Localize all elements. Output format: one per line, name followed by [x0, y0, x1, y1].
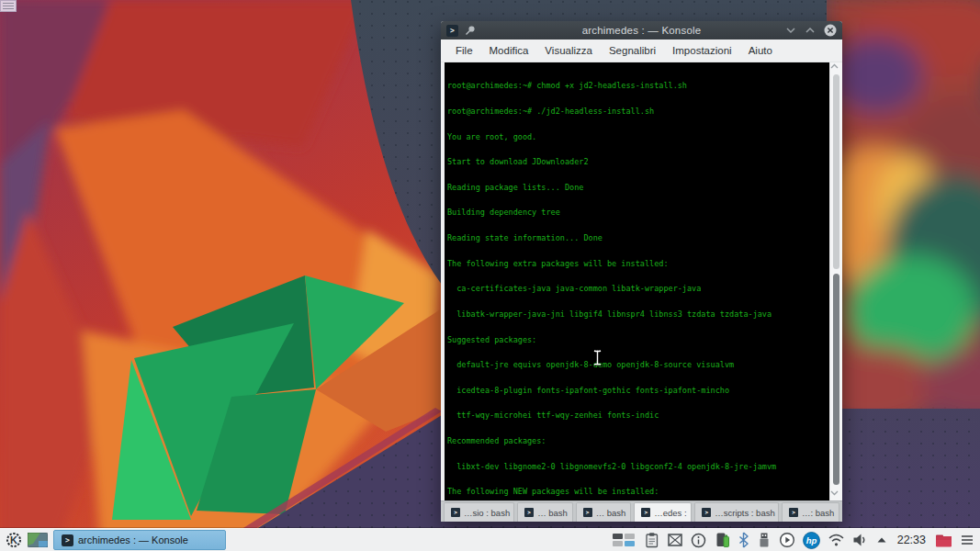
menu-impostazioni[interactable]: Impostazioni [665, 42, 739, 59]
konsole-window-icon: > [446, 25, 458, 37]
minimize-button[interactable] [785, 27, 796, 34]
pin-icon[interactable] [464, 25, 476, 37]
taskbar-panel: K > archimedes : — Konsole [0, 528, 980, 551]
tab-2[interactable]: >… bash [517, 502, 573, 522]
scrollbar-track-segment[interactable] [833, 74, 839, 269]
expand-tray-icon[interactable] [875, 534, 888, 545]
clipboard-icon[interactable] [644, 532, 659, 548]
konsole-tab-icon: > [451, 508, 460, 517]
hp-device-icon[interactable]: hp [803, 532, 820, 549]
red-folder-icon[interactable] [935, 533, 952, 548]
scrollbar-thumb[interactable] [833, 274, 839, 485]
system-tray: hp 22:33 [613, 532, 974, 549]
desktop-widget[interactable] [0, 0, 17, 12]
konsole-tab-icon: > [641, 508, 650, 517]
scrollbar[interactable] [829, 62, 842, 500]
info-icon[interactable] [691, 533, 706, 548]
window-grid-icon[interactable] [613, 533, 636, 547]
task-button-label: archimedes : — Konsole [78, 534, 188, 545]
svg-text:hp: hp [805, 535, 817, 545]
konsole-window: > archimedes : — Konsole [441, 21, 842, 522]
menu-modifica[interactable]: Modifica [482, 42, 536, 59]
konsole-task-icon: > [62, 534, 73, 546]
menu-visualizza[interactable]: Visualizza [537, 42, 600, 59]
tab-bar: >…sio : bash >… bash >… bash >…edes : >…… [441, 500, 842, 522]
volume-icon[interactable] [852, 533, 868, 547]
konsole-tab-icon: > [524, 508, 534, 517]
menu-file[interactable]: File [448, 42, 480, 59]
scroll-down-icon[interactable] [830, 490, 842, 500]
window-title: archimedes : — Konsole [511, 25, 772, 36]
panel-menu-icon[interactable] [960, 534, 974, 546]
kde-launcher-icon[interactable]: K [6, 532, 22, 548]
terminal-output[interactable]: root@archimedes:~# chmod +x jd2-headless… [445, 62, 829, 500]
tab-5[interactable]: >…scripts : bash [694, 502, 779, 522]
menu-aiuto[interactable]: Aiuto [741, 42, 780, 59]
tab-3[interactable]: >… bash [576, 502, 632, 522]
bluetooth-icon[interactable] [738, 532, 749, 548]
tab-6[interactable]: >…: bash [782, 502, 839, 522]
usb-drive-icon[interactable] [757, 532, 772, 548]
pager-widget[interactable] [28, 533, 48, 547]
menubar: File Modifica Visualizza Segnalibri Impo… [441, 39, 842, 62]
task-button-konsole[interactable]: > archimedes : — Konsole [53, 530, 226, 550]
svg-text:K: K [10, 534, 17, 545]
titlebar[interactable]: > archimedes : — Konsole [441, 21, 842, 39]
device-battery-icon[interactable] [714, 532, 730, 548]
menu-segnalibri[interactable]: Segnalibri [602, 42, 663, 59]
konsole-tab-icon: > [702, 508, 711, 517]
mouse-ibeam-cursor [591, 349, 603, 366]
close-button[interactable] [824, 24, 837, 37]
screenshot-frame-icon[interactable] [667, 532, 683, 548]
konsole-tab-icon: > [583, 508, 592, 517]
maximize-button[interactable] [805, 27, 816, 34]
tab-1[interactable]: >…sio : bash [444, 502, 514, 522]
wifi-icon[interactable] [828, 533, 845, 547]
desktop: > archimedes : — Konsole [0, 0, 980, 551]
tab-4-active[interactable]: >…edes : [634, 502, 692, 522]
clock[interactable]: 22:33 [896, 534, 928, 546]
scroll-up-icon[interactable] [830, 63, 842, 73]
media-player-icon[interactable] [779, 532, 795, 548]
konsole-tab-icon: > [789, 508, 798, 517]
